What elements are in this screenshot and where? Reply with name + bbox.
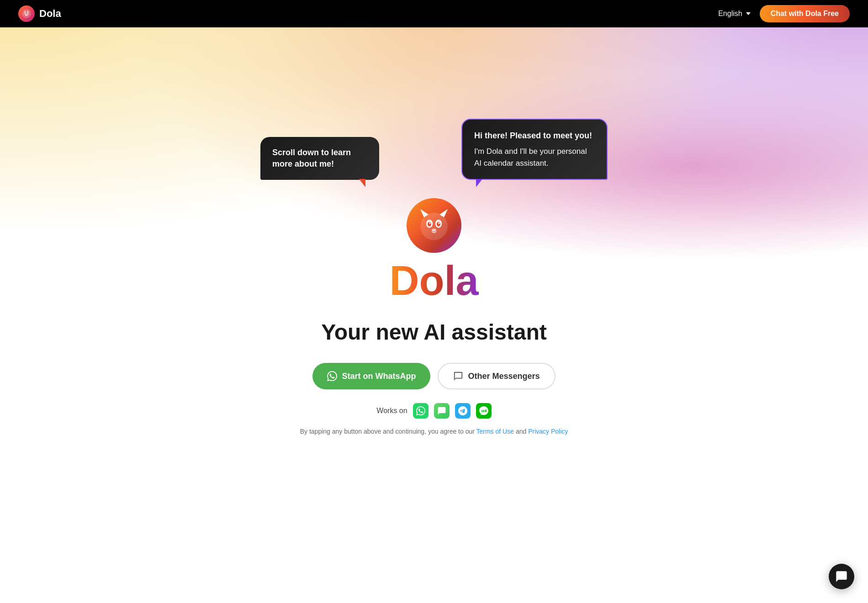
dola-logo-container: Dola [389, 198, 478, 310]
svg-point-13 [429, 222, 431, 224]
bubble-right-line2: I'm Dola and I'll be your personal AI ca… [474, 146, 595, 169]
logo-icon [18, 5, 35, 22]
imessage-platform-icon [434, 403, 450, 419]
language-selector[interactable]: English [718, 10, 750, 18]
line-platform-icon [476, 403, 492, 419]
other-btn-label: Other Messengers [468, 372, 540, 381]
hero-content: Scroll down to learn more about me! Hi t… [0, 27, 868, 435]
brand-name: Dola [39, 8, 61, 20]
nav-right: English Chat with Dola Free [718, 5, 850, 22]
chat-free-button[interactable]: Chat with Dola Free [760, 5, 850, 22]
svg-point-0 [22, 9, 31, 18]
bubble-left-text: Scroll down to learn more about me! [272, 148, 351, 168]
logo[interactable]: Dola [18, 5, 61, 22]
and-label: and [516, 428, 526, 435]
chat-bubbles: Scroll down to learn more about me! Hi t… [260, 119, 608, 180]
disclaimer-text: By tapping any button above and continui… [300, 428, 568, 435]
telegram-platform-icon [455, 403, 471, 419]
navbar: Dola English Chat with Dola Free [0, 0, 868, 27]
other-messengers-button[interactable]: Other Messengers [438, 363, 555, 389]
works-on: Works on [376, 403, 491, 419]
whatsapp-platform-icon [413, 403, 429, 419]
bubble-left: Scroll down to learn more about me! [260, 137, 379, 180]
svg-point-15 [432, 229, 436, 231]
svg-point-12 [437, 222, 440, 226]
bubble-right-line1: Hi there! Pleased to meet you! [474, 130, 595, 142]
bubble-right: Hi there! Pleased to meet you! I'm Dola … [461, 119, 608, 180]
dola-face-icon [416, 207, 452, 244]
terms-link[interactable]: Terms of Use [476, 428, 514, 435]
disclaimer-prefix: By tapping any button above and continui… [300, 428, 475, 435]
hero-section: Scroll down to learn more about me! Hi t… [0, 0, 868, 603]
cta-buttons: Start on WhatsApp Other Messengers [312, 363, 555, 389]
start-whatsapp-button[interactable]: Start on WhatsApp [312, 363, 430, 389]
float-chat-button[interactable] [829, 564, 854, 589]
svg-point-5 [25, 14, 28, 16]
hero-tagline: Your new AI assistant [321, 320, 546, 345]
dola-title: Dola [389, 260, 478, 301]
chat-icon [453, 371, 463, 381]
language-label: English [718, 10, 742, 18]
whatsapp-icon [327, 371, 337, 381]
svg-point-4 [27, 13, 28, 14]
whatsapp-btn-label: Start on WhatsApp [342, 372, 416, 381]
works-on-label: Works on [376, 407, 407, 415]
svg-point-3 [25, 13, 26, 14]
dola-circle-logo [407, 198, 461, 253]
svg-point-14 [439, 222, 440, 224]
privacy-link[interactable]: Privacy Policy [528, 428, 568, 435]
svg-point-11 [428, 222, 431, 226]
chat-bubble-icon [835, 570, 848, 583]
chevron-down-icon [746, 12, 751, 15]
